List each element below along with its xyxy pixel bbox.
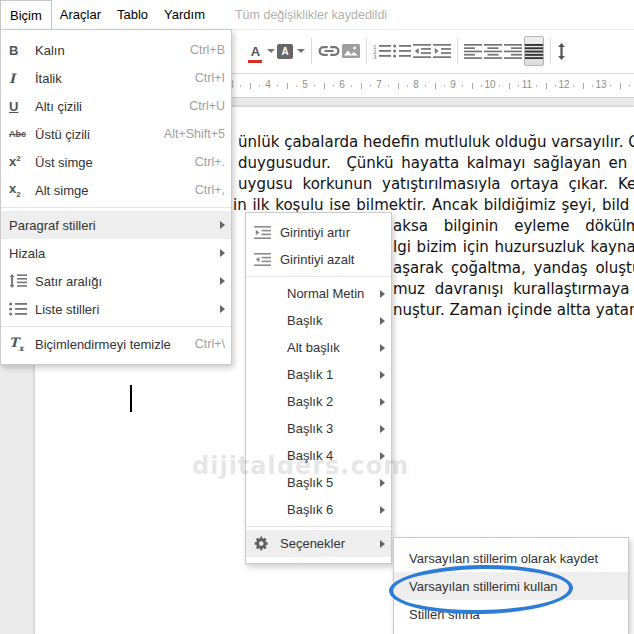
ruler-tick xyxy=(518,85,519,87)
ruler-tick xyxy=(287,83,288,89)
align-center-button[interactable] xyxy=(484,37,502,65)
indent-decrease-icon xyxy=(254,253,276,266)
submenu-item-girintiyi-artir[interactable]: Girintiyi artır xyxy=(246,219,391,246)
menu-item-label: Başlık 2 xyxy=(287,394,333,409)
menu-item-kalin[interactable]: BKalınCtrl+B xyxy=(1,36,231,64)
menu-item-ust-simge[interactable]: x2Üst simgeCtrl+. xyxy=(1,148,231,176)
menu-item-label: Başlık 4 xyxy=(287,448,333,463)
bullet-list-button[interactable] xyxy=(393,37,411,65)
menu-item-label: Varsayılan stillerim olarak kaydet xyxy=(409,551,598,566)
ruler-number: 6 xyxy=(339,79,345,90)
menu-item-paragraf-stilleri[interactable]: Paragraf stilleri xyxy=(1,211,231,239)
ruler-tick xyxy=(592,85,593,87)
ruler-tick xyxy=(499,85,500,87)
gear-icon xyxy=(254,536,276,551)
menu-item-label: Başlık 3 xyxy=(287,421,333,436)
submenu-item-baslik-2[interactable]: Başlık 2 xyxy=(246,388,391,415)
menu-item-label: Normal Metin xyxy=(287,286,364,301)
submenu-item-girintiyi-azalt[interactable]: Girintiyi azalt xyxy=(246,246,391,273)
menu-item-label: Hizala xyxy=(9,246,45,261)
submenu-item-baslik[interactable]: Başlık xyxy=(246,307,391,334)
menubar-item-araclar[interactable]: Araçlar xyxy=(52,0,109,29)
line-spacing-menu-icon xyxy=(9,274,31,288)
ruler-tick xyxy=(333,85,334,87)
submenu-item-baslik-1[interactable]: Başlık 1 xyxy=(246,361,391,388)
menu-separator xyxy=(1,326,231,327)
document-text-line-8: muz davranışı kurallaştırmaya g xyxy=(393,280,634,298)
menu-item-label: Girintiyi artır xyxy=(280,225,350,240)
ruler-tick xyxy=(314,85,315,87)
image-icon xyxy=(342,44,360,58)
submenu-arrow-icon xyxy=(380,506,385,514)
highlight-color-icon: A xyxy=(277,44,293,59)
numbered-list-icon: 123 xyxy=(373,44,391,59)
align-left-icon xyxy=(464,44,482,59)
menu-item-alt-simge[interactable]: x2Alt simgeCtrl+, xyxy=(1,176,231,204)
menu-item-italik[interactable]: IİtalikCtrl+I xyxy=(1,64,231,92)
menu-item-label: İtalik xyxy=(35,71,62,86)
insert-image-button[interactable] xyxy=(342,37,360,65)
submenu-item-baslik-5[interactable]: Başlık 5 xyxy=(246,469,391,496)
align-right-button[interactable] xyxy=(504,37,522,65)
indent-increase-icon xyxy=(254,226,276,239)
highlight-color-button[interactable]: A xyxy=(277,37,305,65)
menubar: BiçimAraçlarTabloYardımTüm değişiklikler… xyxy=(0,0,634,30)
submenu-item-secenekler[interactable]: Seçenekler xyxy=(246,530,391,557)
superscript-icon: x2 xyxy=(9,154,31,169)
link-icon xyxy=(318,45,340,57)
ruler-tick xyxy=(481,85,482,87)
ruler-tick xyxy=(250,83,251,89)
option-item-varsayilan-stillerim-olarak-kaydet[interactable]: Varsayılan stillerim olarak kaydet xyxy=(394,544,628,572)
menu-item-satir-araligi[interactable]: Satır aralığı xyxy=(1,267,231,295)
document-text-line-6: lgi bizim için huzursuzluk kaynağ xyxy=(393,238,634,256)
menubar-item-yardim[interactable]: Yardım xyxy=(156,0,213,29)
submenu-item-alt-baslik[interactable]: Alt başlık xyxy=(246,334,391,361)
ruler-tick xyxy=(296,85,297,87)
submenu-arrow-icon xyxy=(220,221,225,229)
menu-item-shortcut: Alt+Shift+5 xyxy=(164,127,225,141)
subscript-icon: x2 xyxy=(9,181,31,199)
google-docs-window: BiçimAraçlarTabloYardımTüm değişiklikler… xyxy=(0,0,634,634)
option-item-varsayilan-stillerimi-kullan[interactable]: Varsayılan stillerimi kullan xyxy=(394,572,628,600)
text-color-button[interactable]: A xyxy=(248,37,275,65)
align-left-button[interactable] xyxy=(464,37,482,65)
align-justify-icon xyxy=(525,44,543,59)
numbered-list-button[interactable]: 123 xyxy=(373,37,391,65)
submenu-arrow-icon xyxy=(380,452,385,460)
ruler-tick xyxy=(536,85,537,87)
menu-item-ustu-cizili[interactable]: AbcÜstü çiziliAlt+Shift+5 xyxy=(1,120,231,148)
submenu-item-baslik-4[interactable]: Başlık 4 xyxy=(246,442,391,469)
list-styles-icon xyxy=(9,302,31,316)
align-center-icon xyxy=(484,44,502,59)
increase-indent-button[interactable] xyxy=(433,37,451,65)
clear-formatting-icon: Tx xyxy=(9,335,31,353)
submenu-item-baslik-3[interactable]: Başlık 3 xyxy=(246,415,391,442)
align-justify-button[interactable] xyxy=(524,36,544,66)
indent-icon xyxy=(433,44,451,58)
menubar-item-tablo[interactable]: Tablo xyxy=(109,0,156,29)
ruler-tick xyxy=(398,83,399,89)
save-status: Tüm değişiklikler kaydedildi xyxy=(235,8,387,22)
document-text-line-7: aşarak çoğaltma, yandaş oluşturm xyxy=(393,259,634,277)
insert-link-button[interactable] xyxy=(318,37,340,65)
submenu-item-normal-metin[interactable]: Normal Metin xyxy=(246,280,391,307)
submenu-arrow-icon xyxy=(380,425,385,433)
menubar-item-bicim[interactable]: Biçim xyxy=(0,0,52,30)
menu-item-hizala[interactable]: Hizala xyxy=(1,239,231,267)
line-spacing-button[interactable] xyxy=(557,37,566,65)
menu-item-shortcut: Ctrl+U xyxy=(189,99,225,113)
ruler-tick xyxy=(370,85,371,87)
option-item-stilleri-sifirla[interactable]: Stilleri sıfırla xyxy=(394,600,628,628)
options-submenu: Varsayılan stillerim olarak kaydetVarsay… xyxy=(393,537,629,634)
decrease-indent-button[interactable] xyxy=(413,37,431,65)
submenu-arrow-icon xyxy=(380,371,385,379)
menu-item-label: Başlık 5 xyxy=(287,475,333,490)
menu-item-shortcut: Ctrl+I xyxy=(195,71,225,85)
submenu-item-baslik-6[interactable]: Başlık 6 xyxy=(246,496,391,523)
dropdown-caret-icon xyxy=(267,49,275,53)
menu-item-liste-stilleri[interactable]: Liste stilleri xyxy=(1,295,231,323)
menu-item-label: Başlık xyxy=(287,313,322,328)
menu-item-bicimlendirmeyi-temizle[interactable]: TxBiçimlendirmeyi temizleCtrl+\ xyxy=(1,330,231,358)
menu-item-alti-cizili[interactable]: UAltı çiziliCtrl+U xyxy=(1,92,231,120)
document-text-line-2: duygusudur. Çünkü hayatta kalmayı sağlay… xyxy=(238,154,634,172)
